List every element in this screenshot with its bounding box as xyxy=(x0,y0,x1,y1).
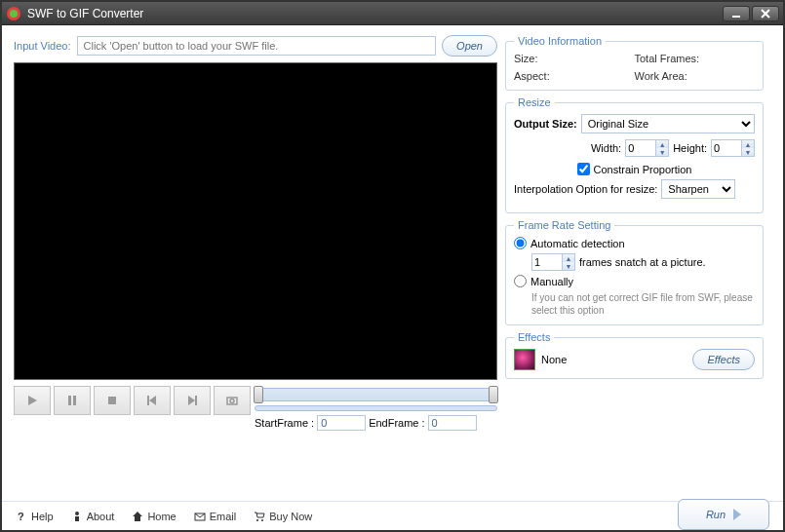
buy-link[interactable]: Buy Now xyxy=(254,511,312,522)
height-up[interactable]: ▲ xyxy=(742,140,754,148)
interp-label: Interpolation Option for resize: xyxy=(514,183,657,195)
about-icon xyxy=(71,511,83,522)
effects-button[interactable]: Effects xyxy=(692,349,755,370)
email-icon xyxy=(194,511,206,522)
width-input[interactable] xyxy=(625,139,656,157)
svg-point-14 xyxy=(261,519,263,521)
height-down[interactable]: ▼ xyxy=(742,148,754,156)
titlebar: SWF to GIF Converter xyxy=(2,2,783,25)
startframe-input[interactable] xyxy=(317,415,366,431)
open-button[interactable]: Open xyxy=(442,35,497,57)
resize-group: Resize Output Size: Original Size Width:… xyxy=(505,96,764,213)
svg-rect-2 xyxy=(732,16,740,18)
input-video-label: Input Video: xyxy=(14,40,71,52)
manual-radio[interactable] xyxy=(514,275,527,287)
resize-legend: Resize xyxy=(514,96,555,108)
total-frames-label: Total Frames: xyxy=(635,53,756,64)
run-button[interactable]: Run xyxy=(678,499,769,530)
snatch-suffix: frames snatch at a picture. xyxy=(579,256,706,268)
interp-select[interactable]: Sharpen xyxy=(661,179,735,199)
svg-rect-7 xyxy=(195,396,197,405)
video-info-legend: Video Information xyxy=(514,35,606,47)
video-information-group: Video Information Size: Total Frames: As… xyxy=(505,35,764,91)
aspect-label: Aspect: xyxy=(514,70,635,82)
minimize-button[interactable] xyxy=(723,6,750,21)
video-preview xyxy=(14,62,497,380)
play-slider[interactable] xyxy=(255,405,497,411)
window-title: SWF to GIF Converter xyxy=(27,7,721,20)
pause-button[interactable] xyxy=(54,386,91,415)
close-button[interactable] xyxy=(752,6,779,21)
snatch-input[interactable] xyxy=(531,253,563,271)
range-thumb-start[interactable] xyxy=(254,386,263,403)
range-thumb-end[interactable] xyxy=(489,386,498,403)
svg-point-13 xyxy=(256,519,258,521)
help-link[interactable]: ? Help xyxy=(16,511,54,522)
effect-thumbnail xyxy=(514,349,535,370)
work-area-label: Work Area: xyxy=(635,70,756,82)
next-frame-button[interactable] xyxy=(174,386,211,415)
constrain-checkbox[interactable] xyxy=(577,163,590,175)
about-link[interactable]: About xyxy=(71,511,115,522)
svg-rect-5 xyxy=(108,397,116,404)
stop-button[interactable] xyxy=(94,386,131,415)
email-link[interactable]: Email xyxy=(194,511,237,522)
height-input[interactable] xyxy=(711,139,742,157)
app-icon xyxy=(6,6,21,21)
help-icon: ? xyxy=(16,511,27,522)
svg-point-9 xyxy=(230,399,234,403)
svg-rect-3 xyxy=(68,396,71,405)
manual-label: Manually xyxy=(530,276,573,287)
range-slider[interactable] xyxy=(255,388,497,401)
snapshot-button[interactable] xyxy=(214,386,251,415)
output-size-select[interactable]: Original Size xyxy=(581,114,755,133)
width-down[interactable]: ▼ xyxy=(656,148,668,156)
constrain-label: Constrain Proportion xyxy=(594,164,692,175)
snatch-up[interactable]: ▲ xyxy=(563,254,574,262)
svg-text:?: ? xyxy=(18,511,24,522)
endframe-input[interactable] xyxy=(428,415,477,431)
output-size-label: Output Size: xyxy=(514,118,577,130)
height-label: Height: xyxy=(673,142,707,154)
cart-icon xyxy=(254,511,265,522)
svg-point-11 xyxy=(75,512,79,515)
startframe-label: StartFrame : xyxy=(255,417,314,429)
frs-legend: Frame Rate Setting xyxy=(514,219,614,231)
effects-group: Effects None Effects xyxy=(505,331,764,379)
svg-rect-4 xyxy=(73,396,76,405)
endframe-label: EndFrame : xyxy=(369,417,424,429)
home-link[interactable]: Home xyxy=(132,511,176,522)
home-icon xyxy=(132,511,143,522)
auto-label: Automatic detection xyxy=(530,238,625,249)
manual-hint: If you can not get correct GIF file from… xyxy=(531,291,755,317)
snatch-down[interactable]: ▼ xyxy=(563,262,574,270)
width-label: Width: xyxy=(591,142,621,154)
input-video-field[interactable] xyxy=(77,36,437,56)
svg-point-1 xyxy=(10,10,18,18)
width-up[interactable]: ▲ xyxy=(656,140,668,148)
auto-radio[interactable] xyxy=(514,237,527,249)
play-button[interactable] xyxy=(14,386,51,415)
size-label: Size: xyxy=(514,53,635,64)
effects-legend: Effects xyxy=(514,331,554,343)
svg-rect-6 xyxy=(147,396,149,405)
prev-frame-button[interactable] xyxy=(134,386,171,415)
frame-rate-group: Frame Rate Setting Automatic detection ▲… xyxy=(505,219,764,325)
effect-name: None xyxy=(541,354,687,365)
